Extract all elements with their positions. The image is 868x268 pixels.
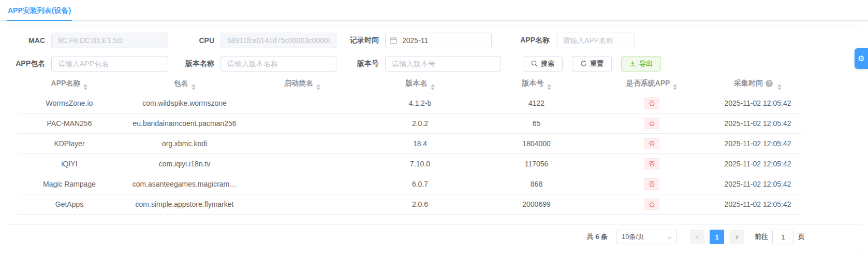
export-button[interactable]: 导出: [621, 56, 661, 72]
cell-is-system: 否: [590, 153, 714, 174]
tab-app-install-list[interactable]: APP安装列表(设备): [7, 0, 72, 21]
cell-version-name: 2.0.2: [357, 113, 483, 133]
record-time-field-group: 记录时间: [348, 33, 507, 48]
table-row: Magic Rampage com.asanteegames.magicram……: [18, 174, 802, 194]
cell-version-name: 18.4: [357, 133, 483, 153]
chevron-right-icon: [734, 234, 740, 240]
gear-icon: ⚙: [858, 54, 864, 63]
table-header-row: APP名称 包名 启动类名 版本名 版本号 是否系统APP 采集时间?: [18, 76, 802, 93]
prev-page-button[interactable]: [690, 230, 704, 244]
page-size-select[interactable]: 10条/页: [616, 230, 677, 244]
cell-launch-class: [248, 133, 357, 153]
app-package-field-group: APP包名: [11, 56, 182, 72]
version-code-label: 版本号: [348, 59, 379, 68]
table-row: WormsZone.io com.wildspike.wormszone 4.1…: [18, 93, 802, 113]
table-row: PAC-MAN256 eu.bandainamcoent.pacman256 2…: [18, 113, 802, 133]
goto-page-input[interactable]: [772, 230, 794, 244]
col-header-version-name[interactable]: 版本名: [357, 76, 483, 93]
col-header-app-name[interactable]: APP名称: [18, 76, 121, 93]
col-header-package[interactable]: 包名: [121, 76, 248, 93]
table-row: GetApps com.simple.appstore.flymarket 2.…: [18, 194, 802, 214]
cell-version-code: 4122: [483, 93, 590, 113]
cell-is-system: 否: [590, 174, 714, 194]
search-icon: [531, 60, 538, 67]
cell-version-name: 4.1.2-b: [357, 93, 483, 113]
filter-row-2: APP包名 版本名称 版本号 搜索: [7, 52, 861, 75]
version-code-input[interactable]: [385, 56, 501, 72]
download-icon: [629, 60, 636, 67]
sort-icon[interactable]: [316, 84, 320, 90]
question-icon[interactable]: ?: [766, 80, 773, 87]
main-panel: MAC CPU 记录时间: [7, 25, 861, 249]
cpu-input[interactable]: [220, 33, 336, 48]
system-app-badge: 否: [644, 199, 659, 210]
pagination-bar: 共 6 条 10条/页 1 前往 页: [7, 224, 861, 249]
chevron-down-icon: [667, 235, 672, 241]
chevron-left-icon: [695, 234, 700, 240]
sort-icon[interactable]: [673, 84, 677, 90]
system-app-badge: 否: [644, 158, 659, 170]
cell-app-name: iQIYI: [18, 153, 121, 174]
cell-version-name: 7.10.0: [357, 153, 483, 174]
next-page-button[interactable]: [729, 230, 744, 244]
system-app-badge: 否: [644, 97, 659, 109]
col-header-launch-class[interactable]: 启动类名: [248, 76, 357, 93]
cell-is-system: 否: [590, 133, 714, 153]
cell-package: com.wildspike.wormszone: [121, 93, 248, 113]
page-number-1[interactable]: 1: [710, 230, 724, 244]
sort-icon[interactable]: [83, 84, 87, 90]
cell-app-name: PAC-MAN256: [18, 113, 121, 133]
col-header-is-system[interactable]: 是否系统APP: [590, 76, 714, 93]
search-button[interactable]: 搜索: [523, 56, 563, 72]
mac-field-group: MAC: [11, 33, 182, 48]
mac-input[interactable]: [51, 33, 168, 48]
goto-label: 前往: [755, 232, 768, 242]
filter-form: MAC CPU 记录时间: [7, 25, 861, 75]
record-time-input[interactable]: [385, 33, 492, 48]
cell-package: com.simple.appstore.flymarket: [121, 194, 248, 214]
cell-is-system: 否: [590, 93, 714, 113]
cell-app-name: GetApps: [18, 194, 121, 214]
sort-icon[interactable]: [192, 84, 196, 90]
total-count: 共 6 条: [587, 232, 608, 242]
cell-launch-class: [248, 174, 357, 194]
table-row: KDPlayer org.xbmc.kodi 18.4 1804000 否 20…: [18, 133, 802, 153]
sort-icon[interactable]: [777, 84, 782, 90]
cell-version-code: 2000699: [483, 194, 590, 214]
page-unit-label: 页: [798, 232, 805, 242]
cell-version-code: 868: [483, 174, 590, 194]
reset-button[interactable]: 重置: [572, 56, 612, 72]
cell-package: com.asanteegames.magicram…: [121, 174, 248, 194]
cell-collect-time: 2025-11-02 12:05:42: [714, 153, 802, 174]
cell-version-code: 65: [483, 113, 590, 133]
cell-version-code: 117056: [483, 153, 590, 174]
sort-icon[interactable]: [431, 84, 435, 90]
version-name-label: 版本名称: [182, 59, 214, 68]
app-name-input[interactable]: [556, 33, 635, 48]
app-name-label: APP名称: [507, 36, 550, 45]
table-row: iQIYI com.iqiyi.i18n.tv 7.10.0 117056 否 …: [18, 153, 802, 174]
cpu-label: CPU: [182, 36, 214, 45]
col-header-version-code[interactable]: 版本号: [483, 76, 590, 93]
cell-launch-class: [248, 93, 357, 113]
cell-package: eu.bandainamcoent.pacman256: [121, 113, 248, 133]
refresh-icon: [580, 60, 587, 67]
version-name-input[interactable]: [220, 56, 336, 72]
sort-icon[interactable]: [547, 84, 551, 90]
cell-is-system: 否: [590, 194, 714, 214]
cell-app-name: WormsZone.io: [18, 93, 121, 113]
filter-row-1: MAC CPU 记录时间: [7, 29, 861, 52]
cell-version-code: 1804000: [483, 133, 590, 153]
cell-app-name: Magic Rampage: [18, 174, 121, 194]
col-header-collect-time[interactable]: 采集时间?: [714, 76, 802, 93]
cell-launch-class: [248, 153, 357, 174]
cell-collect-time: 2025-11-02 12:05:42: [714, 194, 802, 214]
settings-drawer-handle[interactable]: ⚙: [855, 48, 868, 69]
version-name-field-group: 版本名称: [182, 56, 348, 72]
app-name-field-group: APP名称: [507, 33, 635, 48]
action-buttons: 搜索 重置 导出: [523, 56, 661, 72]
cell-launch-class: [248, 194, 357, 214]
system-app-badge: 否: [644, 138, 659, 149]
tab-bar: APP安装列表(设备): [0, 0, 868, 21]
app-package-input[interactable]: [51, 56, 168, 72]
